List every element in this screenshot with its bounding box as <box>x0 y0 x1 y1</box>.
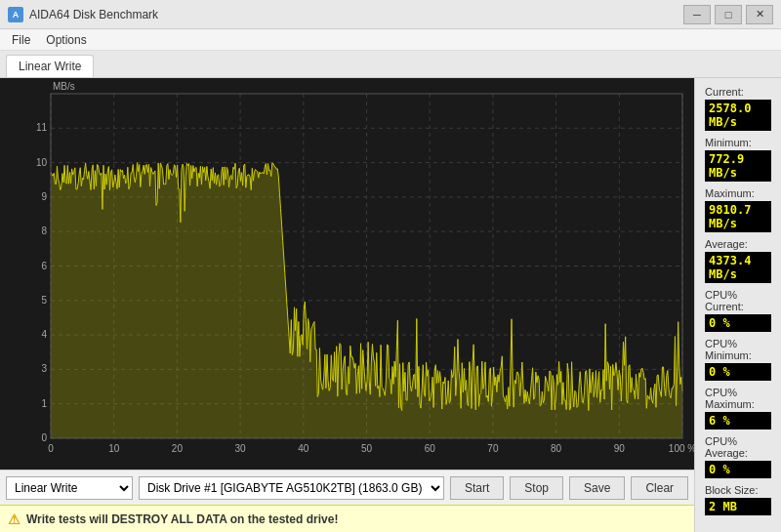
stat-minimum-value: 772.9 MB/s <box>705 150 771 182</box>
menu-file[interactable]: File <box>4 31 38 49</box>
stat-cpu-minimum-value: 0 % <box>705 363 771 381</box>
tab-linear-write[interactable]: Linear Write <box>6 55 94 77</box>
stat-average-label: Average: <box>705 238 771 250</box>
drive-select[interactable]: Disk Drive #1 [GIGABYTE AG510K2TB] (1863… <box>139 476 444 500</box>
stat-current-value: 2578.0 MB/s <box>705 100 771 131</box>
stat-cpu-current-label: CPU% Current: <box>705 289 771 312</box>
close-button[interactable]: ✕ <box>746 5 773 24</box>
window-controls: ─ □ ✕ <box>683 5 773 24</box>
app-icon: A <box>8 7 23 22</box>
clear-button[interactable]: Clear <box>631 476 688 500</box>
benchmark-chart <box>0 78 694 470</box>
menu-bar: File Options <box>0 29 781 51</box>
stat-minimum-label: Minimum: <box>705 137 771 148</box>
chart-wrapper: 45:03 <box>0 78 694 470</box>
title-bar: A AIDA64 Disk Benchmark ─ □ ✕ <box>0 0 781 29</box>
main-content: 45:03 Linear Write Disk Drive #1 [GIGABY… <box>0 78 781 532</box>
window-title: AIDA64 Disk Benchmark <box>29 8 683 21</box>
stat-cpu-average-value: 0 % <box>705 461 771 478</box>
stat-maximum-label: Maximum: <box>705 187 771 199</box>
stat-cpu-maximum: CPU% Maximum: 6 % <box>705 387 771 430</box>
warning-text: Write tests will DESTROY ALL DATA on the… <box>26 512 338 526</box>
menu-options[interactable]: Options <box>38 31 94 49</box>
stat-current: Current: 2578.0 MB/s <box>705 86 771 131</box>
stat-average-value: 4373.4 MB/s <box>705 252 771 283</box>
stat-current-label: Current: <box>705 86 771 98</box>
stat-cpu-minimum: CPU% Minimum: 0 % <box>705 338 771 381</box>
stat-minimum: Minimum: 772.9 MB/s <box>705 137 771 182</box>
stat-cpu-maximum-label: CPU% Maximum: <box>705 387 771 410</box>
stat-cpu-average: CPU% Average: 0 % <box>705 435 771 478</box>
minimize-button[interactable]: ─ <box>683 5 711 24</box>
chart-area: 45:03 Linear Write Disk Drive #1 [GIGABY… <box>0 78 694 532</box>
stat-block-size-label: Block Size: <box>705 484 771 496</box>
warning-icon: ⚠ <box>8 512 21 527</box>
stop-button[interactable]: Stop <box>510 476 563 500</box>
stats-panel: Current: 2578.0 MB/s Minimum: 772.9 MB/s… <box>694 78 781 532</box>
stat-cpu-current-value: 0 % <box>705 314 771 332</box>
warning-bar: ⚠ Write tests will DESTROY ALL DATA on t… <box>0 505 694 532</box>
bottom-bar: Linear Write Disk Drive #1 [GIGABYTE AG5… <box>0 470 694 505</box>
test-select[interactable]: Linear Write <box>6 476 133 500</box>
stat-average: Average: 4373.4 MB/s <box>705 238 771 283</box>
stat-block-size: Block Size: 2 MB <box>705 484 771 515</box>
stat-maximum-value: 9810.7 MB/s <box>705 201 771 232</box>
stat-maximum: Maximum: 9810.7 MB/s <box>705 187 771 232</box>
maximize-button[interactable]: □ <box>715 5 742 24</box>
save-button[interactable]: Save <box>569 476 625 500</box>
stat-cpu-current: CPU% Current: 0 % <box>705 289 771 332</box>
stat-cpu-minimum-label: CPU% Minimum: <box>705 338 771 361</box>
start-button[interactable]: Start <box>450 476 504 500</box>
stat-cpu-maximum-value: 6 % <box>705 412 771 430</box>
stat-block-size-value: 2 MB <box>705 498 771 515</box>
stat-cpu-average-label: CPU% Average: <box>705 435 771 459</box>
tab-bar: Linear Write <box>0 51 781 78</box>
